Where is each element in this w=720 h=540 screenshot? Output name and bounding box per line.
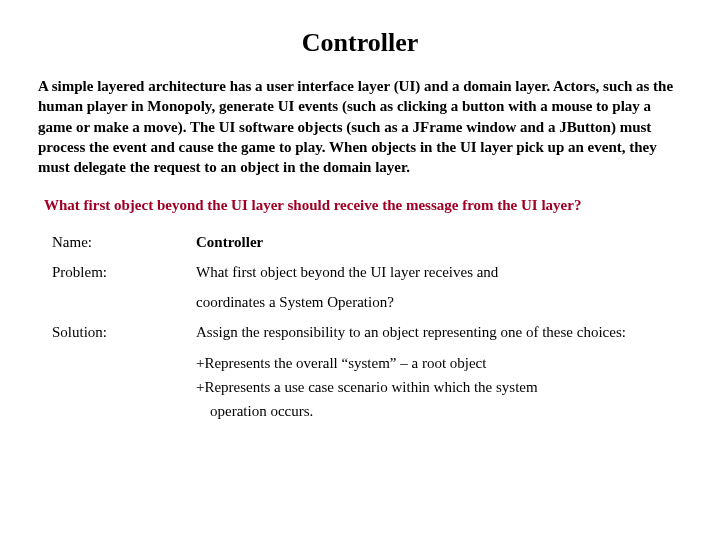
value-name: Controller bbox=[196, 232, 682, 252]
row-problem: Problem: What first object beyond the UI… bbox=[52, 262, 682, 282]
solution-choices: +Represents the overall “system” – a roo… bbox=[196, 353, 682, 422]
guiding-question: What first object beyond the UI layer sh… bbox=[44, 195, 682, 215]
row-name: Name: Controller bbox=[52, 232, 682, 252]
row-solution: Solution: Assign the responsibility to a… bbox=[52, 322, 682, 342]
row-problem-cont: coordinates a System Operation? bbox=[52, 292, 682, 312]
value-name-text: Controller bbox=[196, 234, 263, 250]
slide-title: Controller bbox=[38, 28, 682, 58]
choice-use-case-line1: +Represents a use case scenario within w… bbox=[196, 377, 682, 397]
slide: Controller A simple layered architecture… bbox=[0, 0, 720, 540]
value-solution: Assign the responsibility to an object r… bbox=[196, 322, 682, 342]
intro-paragraph: A simple layered architecture has a user… bbox=[38, 76, 682, 177]
label-solution: Solution: bbox=[52, 322, 196, 342]
label-name: Name: bbox=[52, 232, 196, 252]
value-problem-cont: coordinates a System Operation? bbox=[196, 292, 682, 312]
label-problem-empty bbox=[52, 292, 196, 312]
value-problem: What first object beyond the UI layer re… bbox=[196, 262, 682, 282]
label-problem: Problem: bbox=[52, 262, 196, 282]
definition-list: Name: Controller Problem: What first obj… bbox=[52, 232, 682, 422]
choice-use-case-line2: operation occurs. bbox=[196, 401, 682, 421]
choice-system-root: +Represents the overall “system” – a roo… bbox=[196, 353, 682, 373]
